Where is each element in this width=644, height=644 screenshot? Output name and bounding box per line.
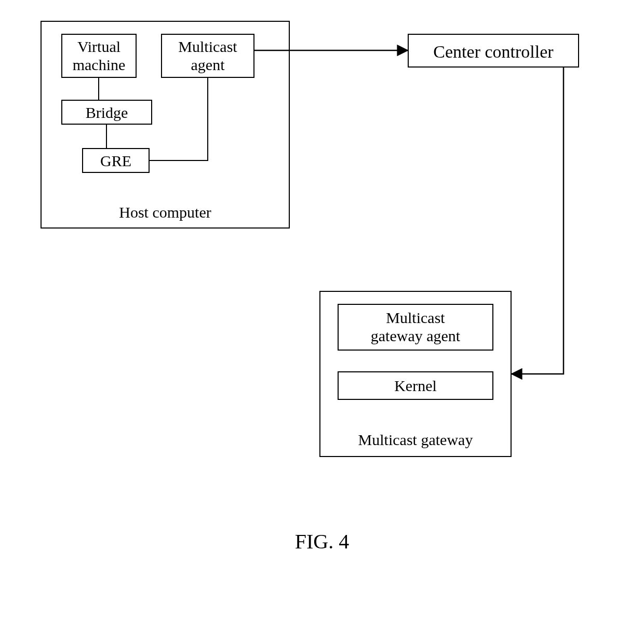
multicast-agent-label: Multicast agent xyxy=(161,38,254,74)
virtual-machine-label: Virtual machine xyxy=(61,38,137,74)
multicast-gateway-agent-label: Multicast gateway agent xyxy=(338,309,493,345)
figure-caption: FIG. 4 xyxy=(0,530,644,554)
center-controller-label: Center controller xyxy=(408,42,579,62)
bridge-label: Bridge xyxy=(61,104,152,122)
host-computer-label: Host computer xyxy=(41,204,290,222)
gre-label: GRE xyxy=(82,152,150,170)
kernel-label: Kernel xyxy=(338,377,493,395)
multicast-gateway-label: Multicast gateway xyxy=(319,431,512,449)
